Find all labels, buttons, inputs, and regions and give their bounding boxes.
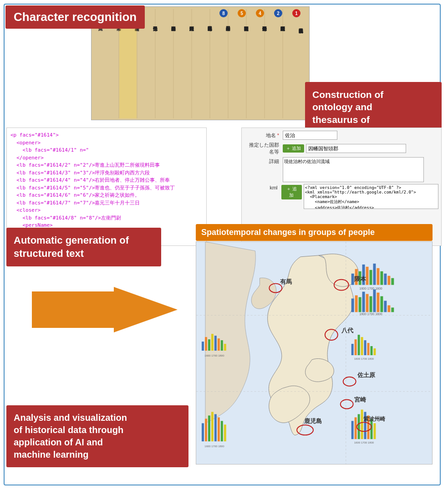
svg-rect-90 <box>218 417 220 441</box>
place-req: * <box>277 133 279 138</box>
svg-rect-91 <box>221 421 223 441</box>
svg-rect-48 <box>377 268 379 285</box>
kml-label: kml <box>244 185 280 190</box>
svg-rect-56 <box>359 297 361 312</box>
svg-text:1600  1700  1800: 1600 1700 1800 <box>359 312 382 316</box>
xml-line-12: <lb facs="#1614/8" n="8"/>左衛門尉 <box>10 214 203 222</box>
svg-text:1600  1700  1800: 1600 1700 1800 <box>359 287 382 290</box>
svg-text:紫波州崎: 紫波州崎 <box>363 416 386 422</box>
form-row-place: 地名 * <box>244 131 438 140</box>
svg-rect-88 <box>211 412 214 441</box>
auto-gen-label: Automatic generation ofstructured text <box>6 228 161 266</box>
svg-rect-51 <box>387 276 390 285</box>
svg-rect-59 <box>370 296 372 312</box>
xml-line-5: <lb facs="#1614/2" n="2"/>寄進上山瓦野二所催現料田事 <box>10 162 203 169</box>
svg-rect-77 <box>355 339 357 355</box>
svg-rect-60 <box>373 290 376 312</box>
svg-text:1600  1700  1800: 1600 1700 1800 <box>204 354 224 357</box>
svg-rect-55 <box>355 296 358 312</box>
svg-rect-95 <box>355 417 357 439</box>
place-label: 地名 * <box>244 132 281 139</box>
svg-rect-61 <box>377 293 379 312</box>
svg-rect-49 <box>380 271 383 285</box>
svg-rect-89 <box>214 414 217 441</box>
xml-line-3: <lb facs="#1614/1" n=" <box>10 147 203 154</box>
svg-text:1600  1700  1800: 1600 1700 1800 <box>204 445 224 448</box>
svg-rect-87 <box>208 415 210 441</box>
analysis-label: Analysis and visualizationof historical … <box>6 405 188 467</box>
svg-text:2: 2 <box>277 11 280 16</box>
form-row-detail: 詳細 現佐治村の佐治川流域 <box>244 157 438 182</box>
nation-add-button[interactable]: ＋ 追加 <box>283 144 304 153</box>
svg-rect-79 <box>361 337 363 355</box>
svg-rect-62 <box>380 296 383 312</box>
nation-input[interactable] <box>306 144 406 153</box>
char-recognition-text: Character recognition <box>14 10 137 24</box>
xml-line-2: <opener> <box>10 139 203 147</box>
svg-text:八代: 八代 <box>341 327 354 334</box>
nation-label: 推定した国郡名等 <box>244 142 281 155</box>
form-row-kml: kml ＋ 追加 <?xml version="1.0" encoding="U… <box>244 184 438 209</box>
svg-text:鹿児島: 鹿児島 <box>304 418 322 424</box>
svg-rect-97 <box>361 409 363 439</box>
svg-text:1600  1700  1800: 1600 1700 1800 <box>354 357 374 360</box>
svg-text:隈本: 隈本 <box>354 276 367 282</box>
svg-text:4: 4 <box>259 11 261 16</box>
svg-rect-81 <box>367 343 370 355</box>
svg-rect-50 <box>384 274 387 285</box>
spatio-text: Spatiotemporal changes in groups of peop… <box>201 228 375 237</box>
svg-rect-76 <box>351 344 354 355</box>
map-svg: 1600 1700 1800 1600 1700 1800 <box>196 242 432 464</box>
svg-rect-46 <box>370 270 372 285</box>
char-recognition-label: Character recognition <box>5 5 145 29</box>
arrow-svg <box>23 287 196 346</box>
svg-text:5: 5 <box>240 11 243 16</box>
svg-rect-96 <box>358 414 360 439</box>
svg-rect-83 <box>373 348 376 355</box>
svg-rect-85 <box>202 423 204 441</box>
svg-rect-82 <box>370 346 372 355</box>
xml-line-1: <p facs="#1614"> <box>10 132 203 139</box>
form-row-nation: 推定した国郡名等 ＋ 追加 <box>244 142 438 155</box>
svg-rect-80 <box>364 340 367 355</box>
svg-rect-92 <box>224 424 226 441</box>
svg-text:1: 1 <box>295 11 298 16</box>
analysis-text: Analysis and visualizationof historical … <box>14 413 127 459</box>
svg-text:1600  1700  1800: 1600 1700 1800 <box>354 441 374 444</box>
xml-line-8: <lb facs="#1614/5" n="5"/>寄進也、仍至于子子孫孫、可被… <box>10 184 203 192</box>
svg-rect-57 <box>362 292 365 312</box>
svg-rect-54 <box>351 298 354 312</box>
svg-rect-72 <box>218 338 220 351</box>
svg-text:8: 8 <box>222 11 225 16</box>
svg-rect-52 <box>391 278 394 285</box>
detail-label: 詳細 <box>244 158 281 165</box>
svg-rect-70 <box>211 334 214 351</box>
svg-rect-74 <box>224 344 226 351</box>
map-area: 1600 1700 1800 1600 1700 1800 <box>196 241 433 464</box>
xml-line-4: </opener> <box>10 154 203 162</box>
svg-rect-86 <box>205 419 207 441</box>
xml-line-11: <closer> <box>10 207 203 214</box>
svg-rect-78 <box>358 335 360 355</box>
detail-textarea[interactable]: 現佐治村の佐治川流域 <box>283 157 424 182</box>
place-input[interactable] <box>283 131 337 140</box>
svg-rect-71 <box>214 336 217 351</box>
xml-line-6: <lb facs="#1614/3" n="3"/>坪浮免别殺町内西方六段 <box>10 169 203 177</box>
svg-rect-45 <box>366 267 369 285</box>
kml-add-button[interactable]: ＋ 追加 <box>281 185 302 199</box>
svg-rect-101 <box>373 423 376 439</box>
svg-rect-67 <box>202 342 204 351</box>
svg-rect-69 <box>208 339 210 351</box>
svg-rect-64 <box>387 305 390 312</box>
xml-line-10: <lb facs="#1614/7" n="7"/>嘉元三年十月十三日 <box>10 199 203 207</box>
svg-rect-58 <box>366 294 369 312</box>
xml-line-9: <lb facs="#1614/6" n="6"/>家之祈祷之状如件。 <box>10 192 203 199</box>
svg-text:佐土原: 佐土原 <box>357 372 376 378</box>
spatio-label: Spatiotemporal changes in groups of peop… <box>196 224 433 241</box>
kml-textarea[interactable]: <?xml version="1.0" encoding="UTF-8" ?> … <box>304 184 438 209</box>
svg-rect-68 <box>205 337 207 351</box>
svg-rect-63 <box>384 301 387 312</box>
svg-text:宮崎: 宮崎 <box>354 396 367 403</box>
arrow-container <box>23 287 196 346</box>
auto-gen-text: Automatic generation ofstructured text <box>14 235 129 259</box>
